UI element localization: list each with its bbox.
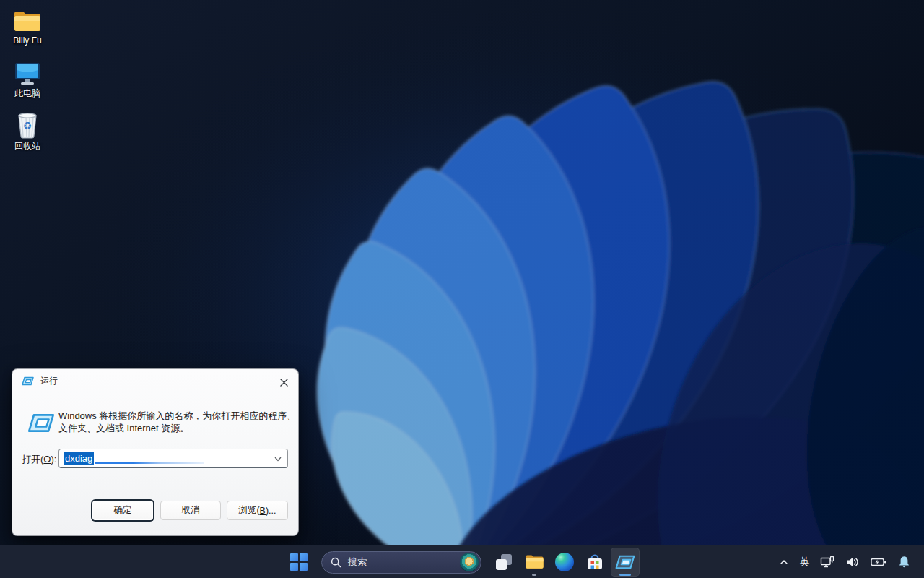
run-window-icon [22,376,34,386]
run-window-icon-large [27,413,55,434]
dialog-title: 运行 [40,375,58,387]
run-dialog: 运行 Windows 将根据你所输入的名称，为你打开相应的程序、文件夹、文档或 … [12,368,299,536]
run-app-icon [615,554,635,570]
volume-button[interactable] [842,550,863,574]
windows-logo-icon [290,553,308,571]
desktop-screen: { "desktop": { "icons": [ { "icon": "use… [0,0,924,578]
dialog-button-row: 确定 取消 浏览(B)... [12,501,298,520]
desktop-icon-list: Billy Fu 此电脑 ♻ [0,3,55,151]
bing-daily-image-icon[interactable] [460,553,479,571]
search-placeholder: 搜索 [348,556,460,569]
taskbar: 搜索 [0,545,924,578]
input-selected-text: dxdiag [64,452,94,465]
file-explorer-button[interactable] [520,548,549,577]
system-tray: 英 [775,545,924,578]
run-dialog-description: Windows 将根据你所输入的名称，为你打开相应的程序、文件夹、文档或 Int… [58,410,297,434]
desktop-icon-label: 回收站 [14,141,40,151]
search-icon [331,557,341,568]
ok-button[interactable]: 确定 [92,501,153,520]
network-button[interactable] [816,550,839,574]
desktop-icon-this-pc[interactable]: 此电脑 [0,56,55,98]
desktop-icon-label: 此电脑 [14,88,40,98]
browse-button[interactable]: 浏览(B)... [227,501,288,520]
volume-icon [845,556,860,569]
run-dialog-titlebar[interactable]: 运行 [12,369,298,392]
notification-bell-icon [897,555,911,569]
hidden-icons-button[interactable] [775,550,793,574]
notifications-button[interactable] [894,550,915,574]
open-field-label: 打开(O): [22,453,56,466]
desktop-icon-billy-fu[interactable]: Billy Fu [0,3,55,46]
cancel-button[interactable]: 取消 [160,501,221,520]
task-view-icon [496,554,512,570]
network-icon [819,555,835,569]
desktop-icon-recycle-bin[interactable]: ♻ 回收站 [0,108,55,151]
microsoft-store-button[interactable] [580,548,609,577]
active-indicator [619,574,631,576]
chevron-down-icon[interactable] [274,454,282,463]
run-app-button[interactable] [611,548,640,577]
user-folder-icon [13,3,42,33]
start-button[interactable] [284,548,313,577]
ime-indicator: 英 [800,556,810,569]
microsoft-store-icon [585,553,604,571]
chevron-up-icon [778,557,790,567]
open-combobox-input[interactable]: dxdiag [58,449,288,468]
taskbar-center-group: 搜索 [284,545,640,578]
this-pc-icon [13,56,42,86]
desktop-icon-label: Billy Fu [13,35,41,46]
edge-button[interactable] [550,548,579,577]
edge-icon [555,553,574,571]
battery-charging-icon [870,556,887,569]
task-view-button[interactable] [489,548,518,577]
svg-text:♻: ♻ [23,120,32,131]
battery-button[interactable] [866,550,891,574]
running-indicator [532,574,536,576]
search-box[interactable]: 搜索 [321,551,481,574]
ime-language-button[interactable]: 英 [796,550,814,574]
close-icon[interactable] [276,374,292,390]
recycle-bin-icon: ♻ [16,108,39,139]
ime-composition-underline [95,462,204,464]
file-explorer-icon [525,554,544,570]
